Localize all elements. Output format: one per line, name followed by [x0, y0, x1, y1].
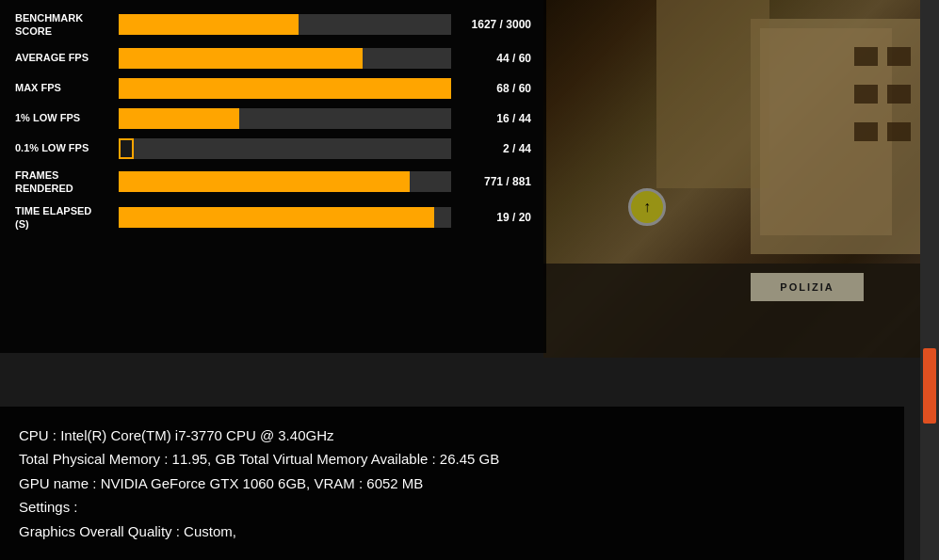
01pct-low-fps-bar	[119, 138, 451, 159]
frames-rendered-value: 771 / 881	[461, 175, 531, 188]
01pct-low-fps-remainder	[134, 138, 451, 159]
time-elapsed-fill	[119, 207, 434, 228]
1pct-low-fps-remainder	[239, 108, 451, 129]
benchmark-score-row: BENCHMARK SCORE 1627 / 3000	[15, 11, 531, 39]
memory-info: Total Physical Memory : 11.95, GB Total …	[19, 447, 885, 472]
frames-rendered-label: FRAMES RENDERED	[15, 168, 119, 196]
avg-fps-label: AVERAGE FPS	[15, 51, 119, 64]
avg-fps-remainder	[363, 48, 451, 69]
01pct-low-fps-fill	[119, 138, 134, 159]
cpu-info: CPU : Intel(R) Core(TM) i7-3770 CPU @ 3.…	[19, 424, 885, 448]
metrics-panel: BENCHMARK SCORE 1627 / 3000 AVERAGE FPS …	[0, 0, 546, 353]
benchmark-score-label: BENCHMARK SCORE	[15, 11, 119, 39]
avg-fps-value: 44 / 60	[461, 52, 531, 65]
1pct-low-fps-value: 16 / 44	[461, 112, 531, 125]
time-elapsed-bar	[119, 207, 451, 228]
benchmark-score-bar	[119, 14, 451, 35]
01pct-low-fps-label: 0.1% LOW FPS	[15, 141, 119, 154]
max-fps-row: MAX FPS 68 / 60	[15, 78, 531, 99]
frames-rendered-fill	[119, 171, 410, 192]
frames-rendered-remainder	[410, 171, 451, 192]
benchmark-score-remainder	[299, 14, 451, 35]
avg-fps-row: AVERAGE FPS 44 / 60	[15, 48, 531, 69]
1pct-low-fps-row: 1% LOW FPS 16 / 44	[15, 108, 531, 129]
benchmark-score-fill	[119, 14, 299, 35]
1pct-low-fps-bar	[119, 108, 451, 129]
time-elapsed-label: TIME ELAPSED (S)	[15, 204, 119, 232]
1pct-low-fps-label: 1% LOW FPS	[15, 111, 119, 124]
graphics-quality: Graphics Overall Quality : Custom,	[19, 520, 885, 544]
max-fps-fill	[119, 78, 451, 99]
max-fps-value: 68 / 60	[461, 82, 531, 95]
frames-rendered-bar	[119, 171, 451, 192]
time-elapsed-row: TIME ELAPSED (S) 19 / 20	[15, 204, 531, 232]
settings-label: Settings :	[19, 495, 885, 520]
scrollbar[interactable]	[920, 0, 939, 560]
gpu-info: GPU name : NVIDIA GeForce GTX 1060 6GB, …	[19, 472, 885, 496]
01pct-low-fps-row: 0.1% LOW FPS 2 / 44	[15, 138, 531, 159]
time-elapsed-remainder	[434, 207, 451, 228]
max-fps-label: MAX FPS	[15, 81, 119, 94]
time-elapsed-value: 19 / 20	[461, 211, 531, 224]
scrollbar-thumb[interactable]	[923, 348, 936, 424]
benchmark-score-value: 1627 / 3000	[461, 18, 531, 31]
background-scene: POLIZIA ↑	[543, 0, 939, 358]
info-panel: CPU : Intel(R) Core(TM) i7-3770 CPU @ 3.…	[0, 407, 904, 561]
1pct-low-fps-fill	[119, 108, 239, 129]
01pct-low-fps-value: 2 / 44	[461, 142, 531, 155]
frames-rendered-row: FRAMES RENDERED 771 / 881	[15, 168, 531, 196]
avg-fps-fill	[119, 48, 363, 69]
avg-fps-bar	[119, 48, 451, 69]
max-fps-bar	[119, 78, 451, 99]
